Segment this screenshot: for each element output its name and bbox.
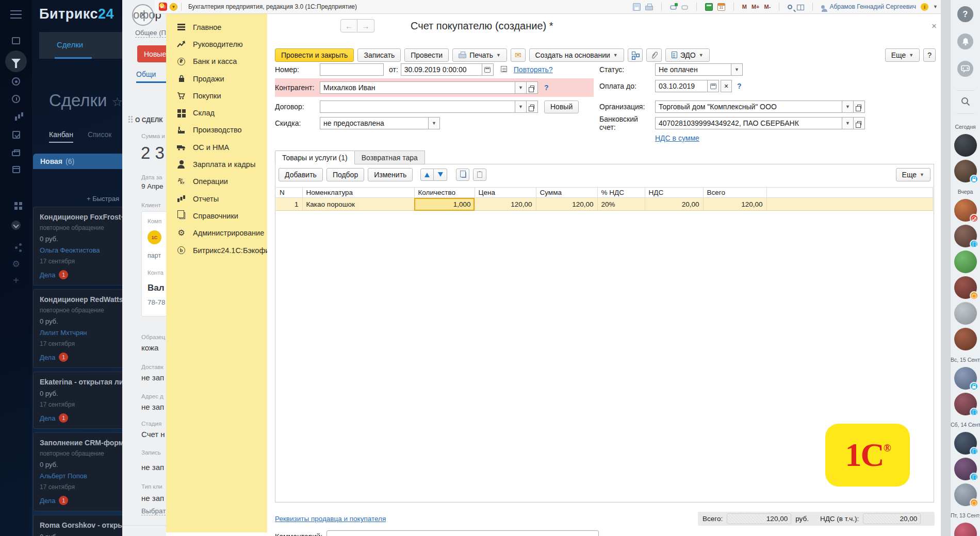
contact-avatar[interactable] [954, 483, 977, 506]
organization-dropdown-button[interactable]: ▼ [842, 100, 854, 113]
favorite-star-icon[interactable]: ☆ [112, 95, 123, 109]
contact-phone[interactable]: 78-78 [148, 298, 166, 306]
add-icon[interactable]: + [0, 275, 32, 286]
more-icon[interactable] [0, 221, 32, 230]
contact-avatar[interactable] [954, 302, 977, 325]
calculator-icon[interactable] [705, 3, 713, 11]
col-price[interactable]: Цена [475, 188, 536, 198]
discount-select[interactable]: не предоставлена [320, 117, 429, 129]
post-button[interactable]: Провести [404, 48, 449, 62]
col-nomenclature[interactable]: Номенклатура [302, 188, 414, 198]
move-up-button[interactable] [420, 169, 434, 181]
stats-icon[interactable] [0, 112, 32, 121]
contract-dropdown-button[interactable]: ▼ [515, 100, 527, 113]
menu-item-bitrix-backoffice[interactable]: bБитрикс24.1С:Бэкофис [166, 242, 267, 259]
menu-item-administration[interactable]: ⚙Администрирование [166, 225, 267, 242]
add-link-icon[interactable] [670, 5, 677, 10]
menu-icon[interactable] [10, 10, 22, 11]
col-vat[interactable]: НДС [645, 188, 703, 198]
col-vat-pct[interactable]: % НДС [597, 188, 645, 198]
cell-vat[interactable]: 20,00 [645, 198, 703, 211]
edit-button[interactable]: Изменить [368, 168, 413, 181]
split-window-icon[interactable] [797, 5, 804, 10]
tab-deals[interactable]: Сделки [57, 40, 83, 49]
bank-open-button[interactable] [854, 117, 865, 129]
print-icon[interactable] [0, 148, 32, 156]
cell-total[interactable]: 120,00 [703, 198, 766, 211]
counterparty-help-link[interactable]: ? [544, 83, 549, 92]
pay-until-clear-button[interactable]: × [721, 80, 732, 92]
menu-item-manager[interactable]: Руководителю [166, 36, 267, 53]
zoom-icon[interactable] [788, 5, 792, 9]
paste-button[interactable] [473, 169, 486, 181]
contact-avatar[interactable] [954, 432, 977, 455]
col-quantity[interactable]: Количество [414, 188, 475, 198]
back-button[interactable]: ← [340, 19, 357, 32]
tab-returnable-packaging[interactable]: Возвратная тара [355, 150, 425, 164]
chat-icon[interactable] [957, 61, 973, 77]
help-button[interactable]: ? [957, 6, 973, 22]
counterparty-dropdown-button[interactable]: ▼ [515, 81, 527, 94]
cell-price[interactable]: 120,00 [475, 198, 536, 211]
contact-avatar[interactable] [954, 199, 977, 222]
calendar-icon[interactable]: 31 [717, 3, 725, 11]
menu-item-reports[interactable]: Отчеты [166, 190, 267, 207]
create-based-on-button[interactable]: Создать на основании▼ [529, 48, 624, 62]
table-row[interactable]: 1 Какао порошок 1,000 120,00 120,00 20% … [276, 198, 933, 211]
status-dropdown-button[interactable]: ▼ [731, 63, 743, 76]
edo-button[interactable]: ЭДО▼ [665, 48, 710, 62]
write-button[interactable]: Записать [357, 48, 401, 62]
automation-icon[interactable] [0, 243, 32, 249]
print-button[interactable]: Печать▼ [452, 48, 507, 62]
slideover-tab-general[interactable]: Общи [136, 70, 156, 78]
forward-button[interactable]: → [357, 19, 374, 32]
menu-item-operations[interactable]: Дт КтОперации [166, 173, 267, 190]
number-input[interactable] [320, 63, 384, 76]
status-select[interactable]: Не оплачен [655, 63, 731, 76]
related-documents-button[interactable] [628, 48, 643, 62]
cell-sum[interactable]: 120,00 [536, 198, 597, 211]
cell-nomenclature[interactable]: Какао порошок [302, 198, 414, 211]
copy-button[interactable] [456, 169, 469, 181]
cell-vat-pct[interactable]: 20% [597, 198, 645, 211]
bank-account-select[interactable]: 40702810399994349242, ПАО СБЕРБАНК [655, 117, 842, 129]
col-total[interactable]: Всего [703, 188, 766, 198]
contact-name[interactable]: Вал [148, 283, 165, 293]
view-kanban[interactable]: Канбан [49, 130, 73, 143]
menu-item-os-nma[interactable]: ОС и НМА [166, 139, 267, 156]
repeat-link[interactable]: Повторять? [514, 65, 553, 74]
menu-item-main[interactable]: Главное [166, 19, 267, 36]
drag-handle-icon[interactable] [128, 116, 130, 118]
pay-until-picker-button[interactable] [708, 80, 719, 92]
contact-avatar[interactable] [954, 225, 977, 247]
contract-open-button[interactable] [527, 100, 538, 113]
print-icon[interactable] [645, 6, 653, 10]
slideover-subtitle[interactable]: Общее (П [135, 29, 166, 38]
crm-funnel-icon[interactable] [0, 51, 32, 72]
view-list[interactable]: Список [88, 130, 112, 143]
cell-quantity-selected[interactable]: 1,000 [414, 198, 475, 211]
contact-avatar[interactable] [954, 458, 977, 480]
contact-avatar[interactable] [954, 367, 977, 390]
pay-until-help-link[interactable]: ? [737, 82, 742, 90]
save-icon[interactable] [633, 3, 641, 11]
date-picker-button[interactable] [482, 63, 494, 76]
col-sum[interactable]: Сумма [536, 188, 597, 198]
system-menu-icon[interactable]: ▼ [170, 3, 177, 11]
new-contract-button[interactable]: Новый [544, 100, 579, 113]
organization-select[interactable]: Торговый дом "Комплексный" ООО [655, 100, 842, 113]
counterparty-open-button[interactable] [527, 81, 538, 94]
close-icon[interactable]: × [932, 21, 937, 31]
seller-buyer-details-link[interactable]: Реквизиты продавца и покупателя [275, 515, 386, 523]
cell-n[interactable]: 1 [276, 198, 302, 211]
menu-item-purchases[interactable]: Покупки [166, 87, 267, 104]
target-icon[interactable] [0, 77, 32, 86]
apps-icon[interactable] [0, 202, 32, 205]
feed-icon[interactable] [0, 37, 32, 44]
contact-avatar[interactable] [954, 160, 977, 182]
get-link-icon[interactable] [681, 5, 688, 10]
memory-plus-button[interactable]: M+ [752, 4, 760, 10]
contact-avatar[interactable] [954, 328, 977, 350]
tasks-icon[interactable] [0, 131, 32, 139]
move-down-button[interactable] [434, 169, 447, 181]
